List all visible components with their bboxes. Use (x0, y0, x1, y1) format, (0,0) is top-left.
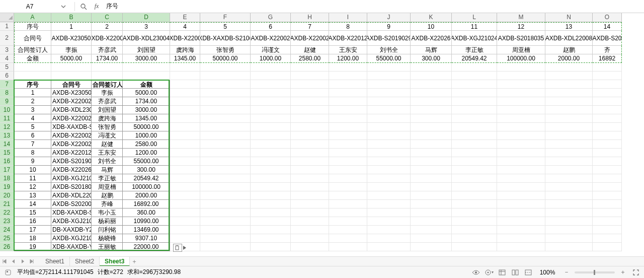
cell-E10[interactable] (170, 106, 200, 114)
cell-K21[interactable] (411, 200, 452, 208)
row-header-1[interactable]: 1 (0, 22, 14, 31)
cell-H6[interactable] (291, 72, 329, 80)
cell-O25[interactable] (593, 234, 622, 243)
column-header-I[interactable]: I (329, 13, 367, 22)
cell-N22[interactable] (545, 208, 593, 217)
cell-M18[interactable] (497, 174, 545, 183)
cell-H17[interactable] (291, 166, 329, 174)
column-header-E[interactable]: E (170, 13, 200, 22)
row-header-8[interactable]: 8 (0, 89, 14, 97)
cell-G16[interactable] (251, 157, 291, 166)
cell-D10[interactable]: 3000.00 (123, 106, 170, 114)
cell-C17[interactable]: 马辉 (92, 166, 123, 174)
cell-K9[interactable] (411, 97, 452, 106)
cell-D18[interactable]: 20549.42 (123, 174, 170, 183)
cell-O6[interactable] (593, 72, 622, 80)
cell-J8[interactable] (367, 89, 411, 97)
cell-I22[interactable] (329, 208, 367, 217)
cell-D4[interactable]: 3000.00 (123, 54, 170, 63)
cell-O26[interactable] (593, 243, 622, 251)
cell-G2[interactable]: AXDB-X22002 (251, 31, 291, 46)
cell-F26[interactable] (200, 243, 251, 251)
cell-K18[interactable] (411, 174, 452, 183)
cell-A15[interactable]: 8 (14, 149, 51, 157)
cell-M13[interactable] (497, 131, 545, 140)
cell-F2[interactable]: AXDB-XAXDB-S21066 (200, 31, 251, 46)
cell-F8[interactable] (200, 89, 251, 97)
cell-C14[interactable]: 赵健 (92, 140, 123, 149)
cell-L17[interactable] (452, 166, 497, 174)
cell-H9[interactable] (291, 97, 329, 106)
cell-I15[interactable] (329, 149, 367, 157)
cell-N1[interactable]: 13 (545, 22, 593, 31)
cell-L25[interactable] (452, 234, 497, 243)
cell-I17[interactable] (329, 166, 367, 174)
trace-icon[interactable] (78, 2, 89, 12)
cell-O12[interactable] (593, 123, 622, 131)
cell-K11[interactable] (411, 114, 452, 123)
cell-O22[interactable] (593, 208, 622, 217)
cell-I21[interactable] (329, 200, 367, 208)
row-header-19[interactable]: 19 (0, 183, 14, 191)
cell-B6[interactable] (51, 72, 92, 80)
cell-C12[interactable]: 张智勇 (92, 123, 123, 131)
cell-M6[interactable] (497, 72, 545, 80)
cell-I9[interactable] (329, 97, 367, 106)
row-header-26[interactable]: 26 (0, 243, 14, 251)
cell-L7[interactable] (452, 80, 497, 89)
cell-K20[interactable] (411, 191, 452, 200)
cell-B14[interactable]: AXDB-X22002 (51, 140, 92, 149)
cell-L3[interactable]: 李正敏 (452, 46, 497, 54)
cell-J13[interactable] (367, 131, 411, 140)
cell-F13[interactable] (200, 131, 251, 140)
cell-H10[interactable] (291, 106, 329, 114)
cell-B20[interactable]: AXDB-XDL22008 (51, 191, 92, 200)
cell-I11[interactable] (329, 114, 367, 123)
cell-N2[interactable]: AXDB-XDL22008 (545, 31, 593, 46)
cell-M3[interactable]: 周亚楠 (497, 46, 545, 54)
cell-C1[interactable]: 2 (92, 22, 123, 31)
cell-N13[interactable] (545, 131, 593, 140)
cell-O8[interactable] (593, 89, 622, 97)
cell-B7[interactable]: 合同号 (51, 80, 92, 89)
cell-F20[interactable] (200, 191, 251, 200)
cell-E20[interactable] (170, 191, 200, 200)
cell-L6[interactable] (452, 72, 497, 80)
cell-G7[interactable] (251, 80, 291, 89)
cell-C20[interactable]: 赵鹏 (92, 191, 123, 200)
cell-N25[interactable] (545, 234, 593, 243)
row-header-20[interactable]: 20 (0, 191, 14, 200)
cell-I23[interactable] (329, 217, 367, 226)
cell-A24[interactable]: 17 (14, 226, 51, 234)
cell-L10[interactable] (452, 106, 497, 114)
cell-D16[interactable]: 55000.00 (123, 157, 170, 166)
cell-J15[interactable] (367, 149, 411, 157)
cell-F17[interactable] (200, 166, 251, 174)
cell-F25[interactable] (200, 234, 251, 243)
cell-L15[interactable] (452, 149, 497, 157)
formula-input[interactable] (103, 2, 642, 12)
cell-D11[interactable]: 1345.00 (123, 114, 170, 123)
cell-O20[interactable] (593, 191, 622, 200)
cell-K19[interactable] (411, 183, 452, 191)
cell-N9[interactable] (545, 97, 593, 106)
cell-A25[interactable]: 18 (14, 234, 51, 243)
cell-K25[interactable] (411, 234, 452, 243)
cell-A23[interactable]: 16 (14, 217, 51, 226)
cell-J23[interactable] (367, 217, 411, 226)
cell-H25[interactable] (291, 234, 329, 243)
cell-L4[interactable]: 20549.42 (452, 54, 497, 63)
cell-N11[interactable] (545, 114, 593, 123)
cell-G21[interactable] (251, 200, 291, 208)
cell-D2[interactable]: AXDB-XDL23004 (123, 31, 170, 46)
cell-I16[interactable] (329, 157, 367, 166)
row-header-21[interactable]: 21 (0, 200, 14, 208)
cell-I10[interactable] (329, 106, 367, 114)
cell-N12[interactable] (545, 123, 593, 131)
cell-D24[interactable]: 13469.00 (123, 226, 170, 234)
cell-M21[interactable] (497, 200, 545, 208)
cell-G1[interactable]: 6 (251, 22, 291, 31)
cell-H4[interactable]: 2580.00 (291, 54, 329, 63)
cell-J5[interactable] (367, 63, 411, 72)
cell-K15[interactable] (411, 149, 452, 157)
